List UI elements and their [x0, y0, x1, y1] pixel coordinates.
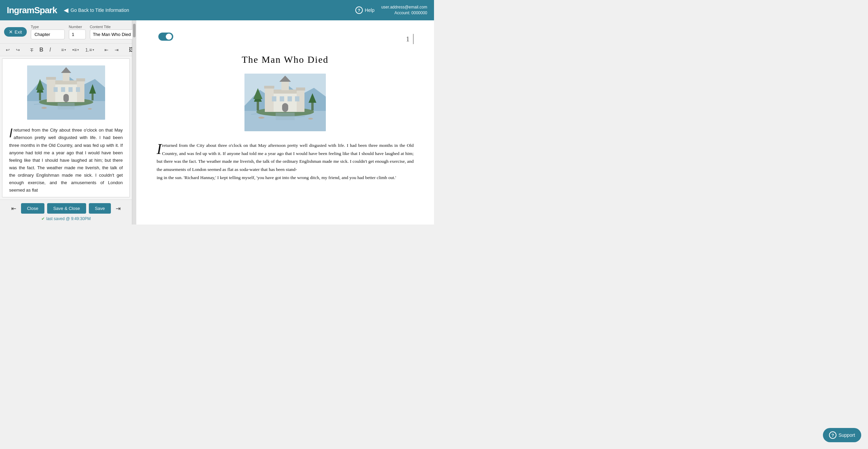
editor-castle-image [27, 65, 105, 120]
exit-x-icon: ✕ [9, 29, 13, 35]
preview-image-container [244, 74, 326, 131]
close-button[interactable]: Close [21, 203, 44, 214]
svg-point-23 [41, 107, 47, 109]
controls-row: ✕ Exit Type Chapter Number Content Title… [0, 20, 132, 44]
back-arrow-icon: ◀ [64, 6, 68, 14]
save-close-button[interactable]: Save & Close [47, 203, 86, 214]
main-container: ✕ Exit Type Chapter Number Content Title… [0, 20, 434, 224]
indent-button[interactable]: ⇥ [113, 46, 120, 54]
ordered-list-button[interactable]: 1.≡▾ [83, 46, 96, 54]
help-label: Help [365, 7, 375, 13]
svg-rect-34 [296, 87, 305, 91]
first-nav-button[interactable]: ⇤ [9, 203, 18, 214]
page-number: 1 [406, 35, 410, 43]
svg-rect-10 [63, 72, 70, 81]
type-label: Type [31, 25, 65, 29]
svg-rect-41 [282, 103, 288, 112]
svg-rect-37 [272, 96, 276, 101]
redo-button[interactable]: ↪ [14, 46, 22, 54]
number-input[interactable] [69, 30, 86, 39]
svg-rect-14 [68, 87, 73, 92]
exit-label: Exit [15, 30, 22, 35]
toc-toggle[interactable] [158, 33, 173, 41]
svg-rect-40 [295, 96, 299, 101]
user-account: Account: 0000000 [381, 10, 427, 16]
clear-format-button[interactable]: T [28, 46, 35, 54]
svg-point-24 [88, 108, 92, 110]
header-left: IngramSpark ◀ Go Back to Title Informati… [7, 5, 129, 16]
scroll-thumb [133, 24, 136, 37]
svg-rect-16 [63, 94, 69, 102]
type-field-group: Type Chapter [31, 25, 65, 39]
editor-content-area[interactable]: I returned from the City about three o'c… [2, 58, 130, 197]
back-label: Go Back to Title Information [71, 7, 129, 13]
bold-button[interactable]: B [38, 46, 45, 54]
header-right: ? Help user.address@email.com Account: 0… [355, 4, 427, 16]
preview-chapter-title: The Man Who Died [157, 54, 414, 65]
editor-image-container [27, 65, 105, 120]
outdent-button[interactable]: ⇤ [103, 46, 110, 54]
preview-body-text: I returned from the City about three o'c… [157, 141, 414, 181]
svg-rect-39 [288, 96, 292, 101]
svg-point-49 [308, 118, 313, 120]
page-number-area: 1 [157, 34, 414, 44]
number-label: Number [69, 25, 86, 29]
number-field-group: Number [69, 25, 86, 39]
editor-scrollbar[interactable] [132, 20, 136, 224]
svg-rect-12 [54, 87, 58, 92]
help-button[interactable]: ? Help [355, 6, 375, 14]
bullet-list-button[interactable]: •≡▾ [71, 46, 81, 54]
back-to-title-button[interactable]: ◀ Go Back to Title Information [64, 6, 129, 14]
saved-status-text: last saved @ 9:49:30PM [46, 216, 91, 221]
user-info: user.address@email.com Account: 0000000 [381, 4, 427, 16]
svg-rect-35 [281, 81, 289, 90]
editor-bottom: ⇤ Close Save & Close Save ⇥ ✔ last saved… [0, 199, 132, 224]
preview-text-content: returned from the City about three o'clo… [157, 143, 414, 172]
check-icon: ✔ [41, 216, 45, 221]
svg-rect-9 [76, 78, 85, 81]
last-nav-button[interactable]: ⇥ [114, 203, 123, 214]
exit-button[interactable]: ✕ Exit [4, 27, 27, 37]
saved-status: ✔ last saved @ 9:49:30PM [41, 216, 91, 221]
svg-rect-22 [58, 103, 75, 110]
svg-rect-42 [257, 100, 259, 111]
align-button[interactable]: ≡▾ [59, 46, 68, 54]
svg-rect-38 [280, 96, 284, 101]
header: IngramSpark ◀ Go Back to Title Informati… [0, 0, 434, 20]
bottom-buttons: ⇤ Close Save & Close Save ⇥ [9, 203, 123, 214]
help-circle-icon: ? [355, 6, 363, 14]
type-select[interactable]: Chapter [31, 30, 65, 39]
logo: IngramSpark [7, 5, 57, 16]
toggle-slider [158, 33, 173, 41]
user-email: user.address@email.com [381, 4, 427, 10]
preview-panel: 1 The Man Who Died [136, 20, 434, 224]
undo-button[interactable]: ↩ [4, 46, 12, 54]
dropcap: I [157, 143, 162, 155]
editor-body-text[interactable]: I returned from the City about three o'c… [9, 126, 123, 194]
editor-panel: ✕ Exit Type Chapter Number Content Title… [0, 20, 132, 224]
svg-rect-7 [46, 77, 56, 80]
italic-button[interactable]: I [48, 46, 53, 54]
page-divider [413, 34, 414, 44]
svg-point-48 [258, 117, 264, 119]
save-button[interactable]: Save [89, 203, 111, 214]
svg-rect-13 [61, 87, 65, 92]
svg-rect-15 [76, 87, 80, 92]
svg-rect-47 [276, 113, 295, 120]
toolbar-row: ↩ ↪ T B I ≡▾ •≡▾ 1.≡▾ ⇤ ⇥ 🖼 Styles ▾ [0, 44, 132, 56]
preview-castle-image [244, 74, 326, 131]
preview-text-line-2: ing in the sun. 'Richard Hannay,' I kept… [157, 174, 414, 182]
svg-rect-32 [264, 86, 274, 89]
svg-rect-45 [311, 101, 314, 111]
